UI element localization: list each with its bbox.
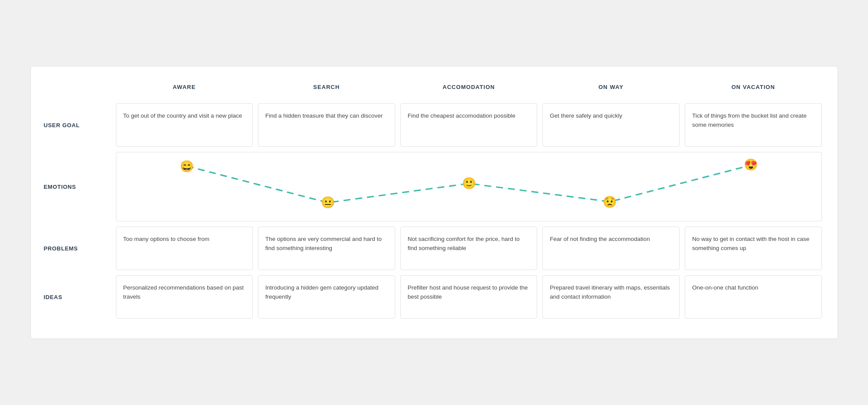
problems-card-4: No way to get in contact with the host i… bbox=[685, 227, 822, 270]
emotion-face-2: 🙂 bbox=[462, 177, 476, 190]
user-goal-card-3: Get there safely and quickly bbox=[542, 103, 680, 147]
ideas-card-3: Prepared travel itinerary with maps, ess… bbox=[542, 275, 680, 319]
problems-card-0: Too many options to choose from bbox=[116, 227, 253, 270]
header-on-way: ON WAY bbox=[540, 84, 682, 101]
ideas-card-0: Personalized recommendations based on pa… bbox=[116, 275, 253, 319]
ideas-label: IDEAS bbox=[44, 273, 113, 321]
emotion-face-1: 😐 bbox=[321, 196, 335, 209]
header-aware: AWARE bbox=[113, 84, 256, 101]
emotion-face-0: 😄 bbox=[180, 159, 194, 173]
ideas-card-4: One-on-one chat function bbox=[685, 275, 822, 319]
journey-map-container: AWARE SEARCH ACCOMODATION ON WAY ON VACA… bbox=[30, 66, 838, 339]
header-empty bbox=[44, 84, 113, 101]
user-goal-card-0: To get out of the country and visit a ne… bbox=[116, 103, 253, 147]
problems-label: PROBLEMS bbox=[44, 224, 113, 273]
user-goal-label: USER GOAL bbox=[44, 101, 113, 149]
user-goal-card-4: Tick of things from the bucket list and … bbox=[685, 103, 822, 147]
emotion-faces: 😄 😐 🙂 😟 😍 bbox=[116, 152, 822, 221]
header-accomodation: ACCOMODATION bbox=[398, 84, 540, 101]
user-goal-card-1: Find a hidden treasure that they can dis… bbox=[258, 103, 395, 147]
journey-map-grid: AWARE SEARCH ACCOMODATION ON WAY ON VACA… bbox=[44, 84, 825, 321]
problems-card-3: Fear of not finding the accommodation bbox=[542, 227, 680, 270]
emotion-face-4: 😍 bbox=[744, 158, 758, 171]
problems-card-2: Not sacrificing comfort for the price, h… bbox=[400, 227, 538, 270]
emotion-face-3: 😟 bbox=[603, 195, 617, 208]
ideas-card-1: Introducing a hidden gem category update… bbox=[258, 275, 395, 319]
problems-card-1: The options are very commercial and hard… bbox=[258, 227, 395, 270]
header-on-vacation: ON VACATION bbox=[682, 84, 825, 101]
ideas-card-2: Prefilter host and house request to prov… bbox=[400, 275, 538, 319]
emotions-label: EMOTIONS bbox=[44, 149, 113, 224]
emotions-chart-container: 😄 😐 🙂 😟 😍 bbox=[116, 152, 822, 221]
header-search: SEARCH bbox=[255, 84, 398, 101]
user-goal-card-2: Find the cheapest accomodation possible bbox=[400, 103, 538, 147]
